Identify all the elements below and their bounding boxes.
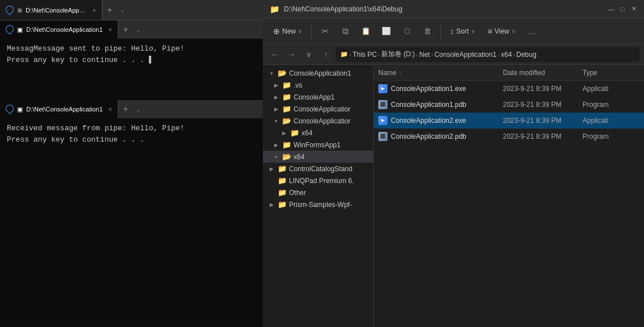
- folder-icon-7: 📂: [282, 152, 291, 161]
- explorer-main: ▾ 📂 ConsoleApplication1 ▶ 📁 .vs ▶ 📁 Cons…: [263, 65, 644, 327]
- new-dropdown-icon: ∨: [298, 28, 302, 34]
- expand-icon-4: ▾: [272, 117, 280, 125]
- more-button[interactable]: …: [522, 22, 542, 41]
- terminal-pane-bottom: ▣ D:\Net\ConsoleApplication1 × + ⌄ Recei…: [0, 100, 263, 327]
- terminal-tab-close[interactable]: ×: [93, 7, 96, 14]
- file-type-1: Program: [583, 101, 639, 109]
- tree-item-consoleapp1[interactable]: ▾ 📂 ConsoleApplication1: [263, 67, 373, 79]
- file-row-2[interactable]: ▶ ConsoleApplication2.exe 2023-9-21 8:39…: [374, 113, 644, 129]
- breadcrumb-thispc[interactable]: This PC: [353, 51, 377, 59]
- inner-tab-label: D:\Net\ConsoleApplication1: [26, 26, 103, 33]
- tree-item-prism[interactable]: ▶ 📁 Prism-Samples-Wpf-: [263, 198, 373, 210]
- file-list-header: Name ↑ Date modified Type: [374, 65, 644, 81]
- file-row-0[interactable]: ▶ ConsoleApplication1.exe 2023-9-21 8:39…: [374, 81, 644, 97]
- file-row-1[interactable]: ⬛ ConsoleApplication1.pdb 2023-9-21 8:39…: [374, 97, 644, 113]
- tree-label-4: ConsoleApplicatior: [294, 117, 350, 125]
- inner-tab-dropdown[interactable]: ⌄: [133, 20, 144, 39]
- terminal-line-2: Press any key to continue . . . ▌: [7, 55, 256, 66]
- expand-icon-10: [267, 189, 275, 197]
- tree-item-winforms[interactable]: ▶ 📁 WinFormsApp1: [263, 139, 373, 151]
- breadcrumb-debug[interactable]: Debug: [517, 51, 536, 59]
- tree-item-controlcatalog[interactable]: ▶ 📁 ControlCatalogStand: [263, 163, 373, 175]
- view-dropdown-icon: ∨: [511, 28, 515, 34]
- file-name-1: ConsoleApplication1.pdb: [391, 101, 467, 109]
- paste-button[interactable]: 📋: [356, 22, 375, 41]
- tree-item-vs[interactable]: ▶ 📁 .vs: [263, 79, 373, 91]
- breadcrumb-sep-0: ›: [349, 51, 352, 58]
- terminal-tab-active[interactable]: ▣ D:\Net\ConsoleApplication1 ×: [0, 0, 102, 20]
- tree-item-linqpad[interactable]: 📁 LINQPad Premium 6.: [263, 175, 373, 187]
- folder-icon-10: 📁: [278, 188, 287, 197]
- col-name[interactable]: Name ↑: [378, 69, 503, 77]
- terminal-tab-dropdown[interactable]: ⌄: [117, 0, 128, 20]
- more-icon: …: [528, 26, 536, 36]
- tree-item-consoleapp-b[interactable]: ▾ 📂 ConsoleApplicatior: [263, 115, 373, 127]
- terminal-bottom-line-1: Received message from pipe: Hello, Pipe!: [7, 123, 256, 134]
- delete-button[interactable]: 🗑: [418, 22, 437, 41]
- terminal-section: ▣ D:\Net\ConsoleApplication1 × + ⌄ ▣ D:\…: [0, 0, 263, 327]
- folder-icon-1: 📁: [282, 81, 291, 89]
- folder-icon-9: 📁: [278, 176, 287, 185]
- cut-button[interactable]: ✂: [315, 22, 335, 41]
- folder-icon-8: 📁: [278, 164, 287, 173]
- breadcrumb-path[interactable]: 📁 › This PC › 新加卷 (D:) › Net › ConsoleAp…: [336, 47, 639, 62]
- file-date-1: 2023-9-21 8:39 PM: [503, 101, 583, 109]
- tree-item-x64-active[interactable]: ▾ 📂 x64: [263, 151, 373, 163]
- copy-button[interactable]: ⧉: [336, 22, 355, 41]
- view-button[interactable]: ≡ View ∨: [482, 24, 521, 39]
- expand-icon-9: [267, 177, 275, 185]
- tree-item-consoleapp1sub[interactable]: ▶ 📁 ConsoleApp1: [263, 91, 373, 103]
- sort-label: Sort: [456, 27, 469, 35]
- col-date-label: Date modified: [503, 69, 545, 77]
- close-button[interactable]: ✕: [630, 6, 637, 13]
- shield-icon-inner: [6, 25, 14, 34]
- terminal-inner-tab-2[interactable]: ▣ D:\Net\ConsoleApplication1 ×: [0, 100, 118, 118]
- minimize-button[interactable]: —: [608, 6, 614, 13]
- breadcrumb-sep-4: ›: [498, 51, 500, 58]
- bottom-tab-dropdown[interactable]: ⌄: [133, 100, 144, 118]
- tree-item-other[interactable]: 📁 Other: [263, 187, 373, 198]
- window-controls: — □ ✕: [608, 6, 637, 13]
- breadcrumb-sep-5: ›: [513, 51, 515, 58]
- terminal-line-1: MessagMessage sent to pipe: Hello, Pipe!: [7, 43, 256, 55]
- tree-item-consoleapp-a[interactable]: ▶ 📁 ConsoleApplicatior: [263, 103, 373, 115]
- rename-button[interactable]: ⬜: [377, 22, 396, 41]
- up-button[interactable]: ↑: [319, 47, 333, 62]
- breadcrumb-app[interactable]: ConsoleApplication1: [434, 51, 496, 59]
- shield-small: [6, 6, 14, 15]
- file-list: Name ↑ Date modified Type ▶ ConsoleAppli…: [374, 65, 644, 327]
- terminal-inner-tab-1[interactable]: ▣ D:\Net\ConsoleApplication1 ×: [0, 20, 118, 39]
- folder-icon-4: 📂: [282, 117, 291, 125]
- col-date[interactable]: Date modified: [503, 69, 583, 77]
- expand-icon-11: ▶: [267, 201, 275, 209]
- breadcrumb-drive[interactable]: 新加卷 (D:): [381, 49, 415, 59]
- maximize-button[interactable]: □: [619, 6, 626, 13]
- file-icon-exe-1: ▶: [378, 116, 387, 125]
- copy-icon: ⧉: [342, 26, 349, 36]
- terminal-content-bottom[interactable]: Received message from pipe: Hello, Pipe!…: [0, 118, 263, 327]
- bottom-tab-close[interactable]: ×: [109, 106, 112, 113]
- col-name-label: Name: [378, 69, 397, 77]
- sort-button[interactable]: ↕ Sort ∨: [444, 24, 481, 39]
- back-button[interactable]: ←: [267, 47, 282, 62]
- dropdown-button[interactable]: ∨: [302, 47, 316, 62]
- breadcrumb-x64[interactable]: x64: [501, 51, 511, 59]
- inner-tab-close[interactable]: ×: [109, 26, 112, 33]
- breadcrumb-net[interactable]: Net: [419, 51, 430, 59]
- terminal-add-tab[interactable]: +: [102, 0, 117, 20]
- view-icon: ≡: [488, 27, 492, 36]
- bottom-add-tab[interactable]: +: [118, 100, 133, 118]
- col-type[interactable]: Type: [583, 69, 639, 77]
- file-date-2: 2023-9-21 8:39 PM: [503, 117, 583, 125]
- folder-icon-11: 📁: [278, 200, 287, 209]
- tree-item-x64-sub[interactable]: ▶ 📁 x64: [263, 127, 373, 139]
- share-button[interactable]: ⬡: [397, 22, 416, 41]
- cut-icon: ✂: [321, 26, 329, 36]
- inner-add-tab[interactable]: +: [118, 20, 133, 39]
- file-row-name-0: ▶ ConsoleApplication1.exe: [378, 84, 503, 93]
- new-button[interactable]: ⊕ New ∨: [267, 24, 308, 39]
- tree-label-1: .vs: [294, 81, 302, 89]
- file-row-3[interactable]: ⬛ ConsoleApplication2.pdb 2023-9-21 8:39…: [374, 129, 644, 144]
- forward-button[interactable]: →: [284, 47, 299, 62]
- terminal-content-top[interactable]: MessagMessage sent to pipe: Hello, Pipe!…: [0, 39, 263, 100]
